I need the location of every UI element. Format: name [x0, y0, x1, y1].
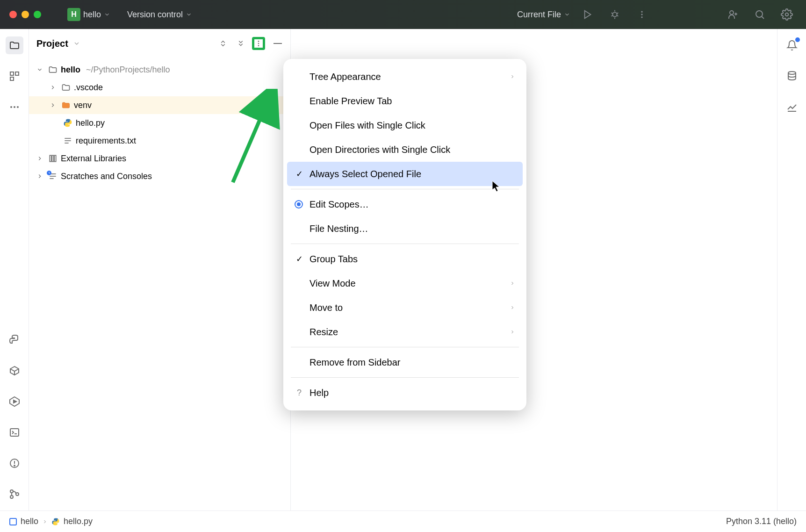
svg-point-14 — [756, 11, 763, 17]
menu-item-open-files-single[interactable]: Open Files with Single Click — [283, 113, 526, 137]
notifications-icon[interactable] — [783, 36, 801, 54]
menu-item-enable-preview[interactable]: Enable Preview Tab — [283, 89, 526, 113]
tree-item-label: venv — [74, 101, 92, 110]
database-icon[interactable] — [783, 67, 801, 85]
project-tree: hello ~/PythonProjects/hello .vscode — [29, 58, 290, 188]
tree-row-venv[interactable]: venv — [29, 96, 290, 114]
svg-point-29 — [14, 465, 15, 466]
project-selector[interactable]: H hello — [67, 8, 110, 21]
project-sidebar: Project — [29, 29, 291, 510]
svg-line-7 — [617, 15, 619, 16]
svg-point-9 — [641, 14, 642, 15]
menu-item-help[interactable]: ?Help — [283, 381, 526, 405]
menu-item-label: Move to — [309, 302, 504, 313]
services-icon[interactable] — [6, 393, 23, 410]
menu-item-label: Help — [309, 388, 515, 398]
packages-icon[interactable] — [6, 362, 23, 380]
tree-row-hello-py[interactable]: hello.py — [29, 114, 290, 132]
chevron-right-icon — [36, 173, 45, 180]
menu-item-label: Remove from Sidebar — [309, 357, 515, 368]
svg-point-1 — [612, 12, 617, 16]
menu-item-edit-scopes[interactable]: Edit Scopes… — [283, 192, 526, 216]
svg-point-30 — [10, 490, 13, 493]
menu-item-label: Edit Scopes… — [309, 199, 515, 210]
radio-icon — [295, 200, 304, 208]
svg-rect-17 — [10, 72, 14, 75]
svg-point-8 — [641, 11, 642, 13]
breadcrumb[interactable]: hello hello.py — [9, 517, 93, 526]
menu-item-move-to[interactable]: Move to — [283, 295, 526, 320]
svg-line-6 — [612, 15, 613, 16]
svg-point-20 — [10, 106, 12, 108]
left-tool-rail — [0, 29, 29, 510]
chevron-down-icon — [186, 11, 192, 18]
library-icon — [48, 154, 58, 163]
collaborate-icon[interactable] — [727, 8, 739, 21]
svg-point-33 — [258, 41, 259, 42]
options-context-menu: Tree Appearance Enable Preview Tab Open … — [283, 59, 526, 410]
python-file-icon — [51, 518, 60, 526]
menu-item-label: Enable Preview Tab — [309, 96, 515, 107]
menu-item-label: Resize — [309, 327, 504, 338]
chevron-down-icon[interactable] — [73, 40, 80, 47]
tree-row-root[interactable]: hello ~/PythonProjects/hello — [29, 61, 290, 79]
menu-item-resize[interactable]: Resize — [283, 320, 526, 344]
interpreter-label[interactable]: Python 3.11 (hello) — [726, 517, 797, 526]
menu-item-group-tabs[interactable]: ✓Group Tabs — [283, 247, 526, 271]
vcs-tool-icon[interactable] — [6, 485, 23, 503]
chart-icon[interactable] — [783, 98, 801, 116]
structure-tool-icon[interactable] — [6, 67, 23, 85]
collapse-all-icon[interactable] — [234, 37, 247, 50]
problems-icon[interactable] — [6, 454, 23, 472]
options-kebab-icon[interactable] — [252, 37, 265, 50]
breadcrumb-file: hello.py — [64, 517, 93, 526]
tree-row-vscode[interactable]: .vscode — [29, 79, 290, 96]
tree-root-name: hello — [61, 65, 80, 75]
menu-item-file-nesting[interactable]: File Nesting… — [283, 216, 526, 241]
tree-row-external-libraries[interactable]: External Libraries — [29, 150, 290, 167]
module-icon — [9, 518, 17, 525]
menu-item-always-select[interactable]: ✓Always Select Opened File — [287, 162, 523, 186]
menu-item-label: Tree Appearance — [309, 72, 504, 82]
sidebar-title[interactable]: Project — [36, 38, 68, 49]
svg-marker-0 — [585, 11, 591, 19]
python-console-icon[interactable] — [6, 331, 23, 349]
check-icon: ✓ — [295, 169, 304, 179]
menu-item-label: Group Tabs — [309, 254, 515, 265]
text-file-icon — [63, 136, 73, 145]
tree-row-requirements[interactable]: requirements.txt — [29, 132, 290, 150]
python-file-icon — [63, 118, 73, 128]
run-config-selector[interactable]: Current File — [517, 10, 570, 20]
search-icon[interactable] — [754, 8, 766, 21]
hide-sidebar-icon[interactable] — [270, 37, 283, 50]
menu-item-view-mode[interactable]: View Mode — [283, 271, 526, 295]
menu-separator — [291, 189, 519, 189]
tree-item-label: Scratches and Consoles — [61, 172, 152, 181]
minimize-window-icon[interactable] — [22, 11, 29, 18]
chevron-down-icon — [36, 66, 45, 73]
svg-line-5 — [617, 13, 619, 14]
svg-point-10 — [641, 16, 642, 18]
vcs-menu[interactable]: Version control — [127, 10, 192, 20]
menu-item-remove-sidebar[interactable]: Remove from Sidebar — [283, 350, 526, 374]
debug-icon[interactable] — [609, 8, 621, 21]
svg-point-16 — [785, 13, 789, 16]
settings-icon[interactable] — [781, 8, 793, 21]
close-window-icon[interactable] — [9, 11, 17, 18]
menu-item-label: View Mode — [309, 278, 504, 289]
maximize-window-icon[interactable] — [34, 11, 41, 18]
project-tool-icon[interactable] — [6, 36, 23, 54]
svg-line-15 — [762, 16, 764, 19]
terminal-icon[interactable] — [6, 424, 23, 441]
menu-item-tree-appearance[interactable]: Tree Appearance — [283, 65, 526, 89]
more-vertical-icon[interactable] — [636, 8, 648, 21]
run-icon[interactable] — [582, 8, 594, 21]
more-horizontal-icon[interactable] — [6, 98, 23, 116]
expand-collapse-icon[interactable] — [216, 37, 230, 50]
menu-item-open-dirs-single[interactable]: Open Directories with Single Click — [283, 137, 526, 162]
svg-rect-18 — [15, 72, 19, 75]
chevron-down-icon — [104, 11, 110, 18]
tree-row-scratches[interactable]: Scratches and Consoles — [29, 167, 290, 185]
tree-item-label: External Libraries — [61, 154, 126, 164]
svg-rect-41 — [54, 155, 56, 161]
